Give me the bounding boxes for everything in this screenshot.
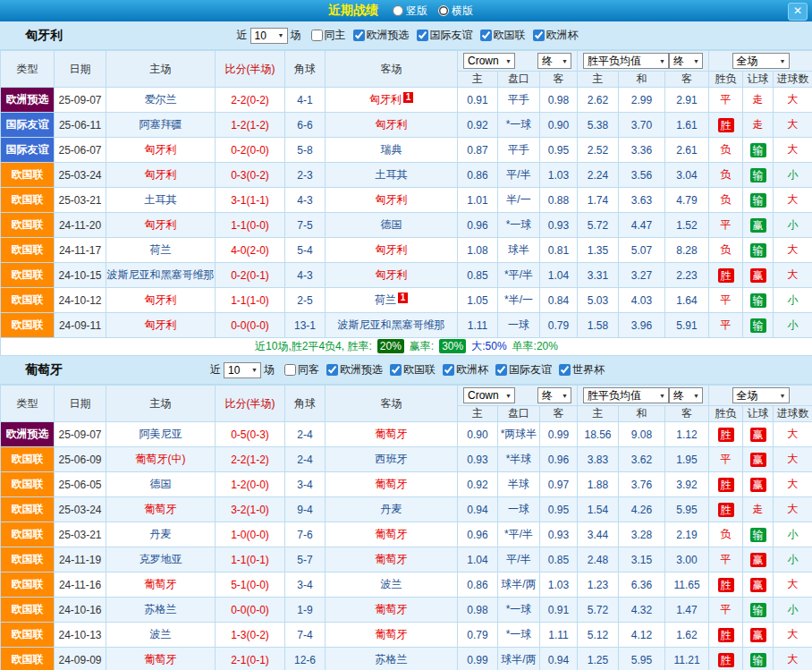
crown-home-odds: 0.87 <box>458 138 498 163</box>
final-avg-select[interactable]: 终▼ <box>669 53 703 69</box>
checkbox-input[interactable] <box>417 30 428 41</box>
fullmatch-select[interactable]: 全场▼ <box>732 387 790 403</box>
corner-cell: 12-6 <box>285 648 326 670</box>
goals-result-cell: 小 <box>774 313 812 338</box>
match-row: 欧洲预选25-09-07阿美尼亚0-5(0-3)2-4葡萄牙0.90*两球半0.… <box>1 422 812 447</box>
score-cell: 1-2(0-0) <box>216 472 285 497</box>
final-avg-value: 终 <box>673 54 684 69</box>
recent-count-select[interactable]: 10▼ <box>250 28 288 44</box>
chevron-down-icon: ▼ <box>505 58 512 64</box>
team-label: 葡萄牙 <box>376 428 408 440</box>
crown-away-odds: 0.81 <box>540 238 578 263</box>
recent-count-select[interactable]: 10▼ <box>224 362 261 378</box>
col-crown-away: 客 <box>540 406 578 422</box>
home-team-cell: 阿塞拜疆 <box>106 113 216 138</box>
layout-vertical-radio[interactable]: 竖版 <box>393 4 427 19</box>
corner-cell: 4-3 <box>285 188 326 213</box>
score-cell: 3-2(1-0) <box>216 497 285 522</box>
competition-type-cell: 欧国联 <box>1 572 55 598</box>
checkbox-input[interactable] <box>495 364 507 376</box>
competition-type-cell: 欧国联 <box>1 522 55 547</box>
result-value: 输 <box>750 653 766 667</box>
layout-horizontal-radio[interactable]: 横版 <box>438 4 473 19</box>
result-value: 赢 <box>750 578 766 592</box>
home-team-cell: 匈牙利 <box>106 213 216 238</box>
checkbox-input[interactable] <box>311 30 323 41</box>
fullmatch-group-header: 全场▼ <box>709 51 812 72</box>
corner-cell: 7-4 <box>285 623 326 648</box>
competition-checkbox[interactable]: 同主 <box>311 28 346 43</box>
competition-checkbox[interactable]: 欧国联 <box>390 362 436 377</box>
match-row: 欧国联24-11-16葡萄牙5-1(0-0)3-4波兰0.86球半/两1.031… <box>1 572 812 598</box>
competition-checkbox[interactable]: 世界杯 <box>559 362 605 377</box>
result-cell: 胜 <box>709 623 743 648</box>
competition-checkbox[interactable]: 欧洲杯 <box>443 362 488 377</box>
checkbox-input[interactable] <box>480 30 492 41</box>
checkbox-input[interactable] <box>443 364 454 376</box>
handicap-result-cell: 赢 <box>743 263 774 288</box>
crown-away-odds: 0.88 <box>540 188 578 213</box>
final-odds-select[interactable]: 终▼ <box>537 387 571 403</box>
avg-home-odds: 5.72 <box>578 598 619 623</box>
avg-away-odds: 4.79 <box>665 188 709 213</box>
home-team-cell: 葡萄牙 <box>106 497 216 522</box>
competition-checkbox[interactable]: 同客 <box>284 362 319 377</box>
checkbox-label: 欧国联 <box>494 28 526 43</box>
checkbox-input[interactable] <box>559 364 571 376</box>
competition-type-cell: 欧国联 <box>1 238 55 263</box>
result-cell: 负 <box>709 163 743 188</box>
score-cell: 0-3(0-2) <box>216 163 285 188</box>
odds-source-select[interactable]: Crown▼ <box>463 53 515 69</box>
avg-odds-select[interactable]: 胜平负均值▼ <box>583 53 669 69</box>
home-team-cell: 波斯尼亚和黑塞哥维那 <box>106 263 216 288</box>
checkbox-input[interactable] <box>284 364 296 376</box>
crown-handicap: 球半 <box>498 238 540 263</box>
team-label: 匈牙利 <box>145 143 177 156</box>
goals-result-cell: 大 <box>774 113 812 138</box>
competition-checkbox[interactable]: 国际友谊 <box>495 362 552 377</box>
checkbox-input[interactable] <box>326 364 338 376</box>
final-odds-select[interactable]: 终▼ <box>537 53 571 69</box>
result-cell: 负 <box>709 188 743 213</box>
col-crown-handicap: 盘口 <box>498 72 540 88</box>
avg-home-odds: 1.88 <box>578 472 619 497</box>
checkbox-input[interactable] <box>390 364 402 376</box>
crown-home-odds: 0.86 <box>458 163 498 188</box>
competition-type-cell: 欧国联 <box>1 163 55 188</box>
goals-result-cell: 大 <box>774 88 812 113</box>
layout-horizontal-radio-input[interactable] <box>438 5 449 16</box>
team-label: 土耳其 <box>145 193 177 206</box>
final-avg-select[interactable]: 终▼ <box>669 387 703 403</box>
checkbox-input[interactable] <box>533 30 545 41</box>
result-value: 平 <box>721 603 732 615</box>
competition-checkbox[interactable]: 欧洲预选 <box>353 28 410 43</box>
corner-cell: 1-9 <box>285 598 326 623</box>
result-value: 负 <box>721 168 732 181</box>
checkbox-label: 欧洲杯 <box>546 28 579 43</box>
crown-odds-group-header: Crown▼ 终▼ <box>458 51 578 72</box>
match-row: 欧国联24-11-17荷兰4-0(2-0)5-4匈牙利1.08球半0.811.3… <box>1 238 812 263</box>
crown-away-odds: 0.97 <box>540 472 578 497</box>
competition-checkbox[interactable]: 欧洲杯 <box>533 28 579 43</box>
avg-odds-select[interactable]: 胜平负均值▼ <box>583 387 669 403</box>
competition-checkbox[interactable]: 欧国联 <box>480 28 526 43</box>
result-value: 小 <box>788 168 799 181</box>
competition-checkbox[interactable]: 欧洲预选 <box>326 362 383 377</box>
checkbox-input[interactable] <box>353 30 365 41</box>
corner-cell: 3-4 <box>285 472 326 497</box>
avg-home-odds: 1.35 <box>578 238 619 263</box>
date-cell: 24-11-16 <box>55 572 106 598</box>
fullmatch-select[interactable]: 全场▼ <box>732 53 790 69</box>
section-header: 葡萄牙 近10▼场同客欧洲预选欧国联欧洲杯国际友谊世界杯 <box>0 356 812 385</box>
close-button[interactable]: ✕ <box>788 3 808 21</box>
corner-cell: 6-6 <box>285 113 326 138</box>
result-value: 赢 <box>750 268 766 283</box>
result-cell: 平 <box>709 598 743 623</box>
avg-odds-value: 胜平负均值 <box>588 54 641 69</box>
layout-vertical-radio-input[interactable] <box>393 5 403 16</box>
avg-draw-odds: 5.07 <box>619 238 665 263</box>
match-row: 欧国联24-09-11匈牙利0-0(0-0)13-1波斯尼亚和黑塞哥维那1.11… <box>1 313 812 338</box>
odds-source-select[interactable]: Crown▼ <box>463 387 515 403</box>
crown-home-odds: 1.01 <box>458 188 498 213</box>
competition-checkbox[interactable]: 国际友谊 <box>417 28 473 43</box>
